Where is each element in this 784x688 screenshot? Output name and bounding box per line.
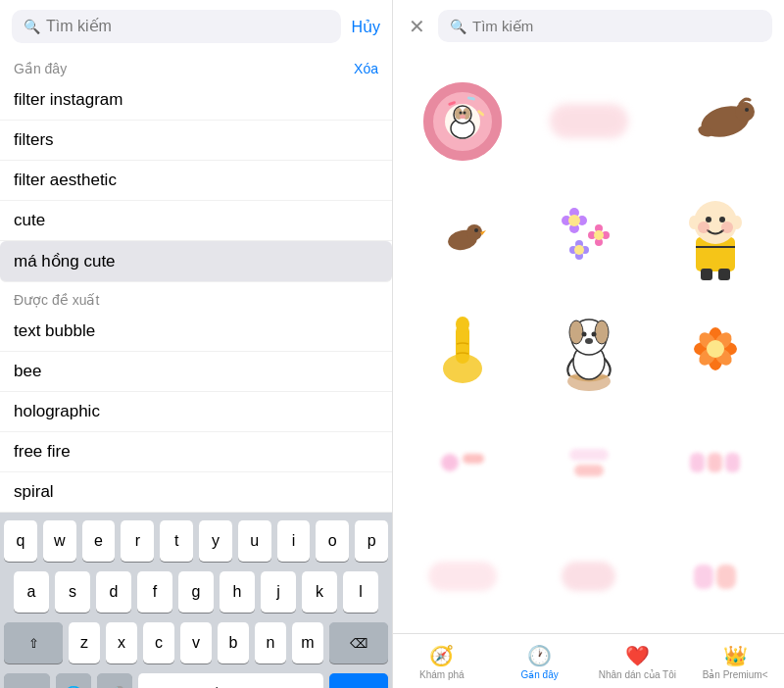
keyboard-row-2: a s d f g h j k l [4,571,388,613]
svg-point-39 [706,217,711,222]
svg-point-54 [591,331,596,336]
nav-item-premium[interactable]: 👑 Bản Premium< [686,640,784,684]
svg-point-37 [689,216,699,229]
keyboard-bottom-row: 123 🌐 🎤 dấu cách Tìm [4,673,388,688]
space-key[interactable]: dấu cách [138,673,323,688]
heart-icon: ❤️ [625,644,650,667]
blur-bar [569,449,609,461]
sticker-cell[interactable] [527,287,650,410]
list-item[interactable]: bee [0,352,392,392]
compass-icon: 🧭 [429,644,454,667]
list-item[interactable]: spiral [0,472,392,513]
key-b[interactable]: b [218,622,249,663]
blurred-wide [428,562,497,591]
key-t[interactable]: t [160,520,193,562]
key-m[interactable]: m [292,622,323,663]
key-s[interactable]: s [55,571,90,613]
key-x[interactable]: x [106,622,137,663]
sticker-cell[interactable] [401,287,523,410]
key-e[interactable]: e [82,520,116,562]
sticker-cell[interactable] [401,173,523,296]
nav-item-my-stickers[interactable]: ❤️ Nhân dán của Tôi [589,640,687,684]
sticker-cell[interactable] [527,173,650,296]
sticker-cell[interactable] [654,287,776,410]
shift-key[interactable]: ⇧ [4,622,63,663]
key-d[interactable]: d [96,571,131,613]
key-j[interactable]: j [261,571,296,613]
globe-key[interactable]: 🌐 [56,673,91,688]
key-a[interactable]: a [14,571,49,613]
key-l[interactable]: l [343,571,378,613]
svg-point-24 [568,215,580,226]
key-i[interactable]: i [277,520,311,562]
number-key[interactable]: 123 [4,673,50,688]
sticker-cell[interactable] [401,516,523,633]
svg-point-51 [569,320,583,344]
nav-item-explore[interactable]: 🧭 Khám phá [393,640,491,684]
key-g[interactable]: g [178,571,214,613]
hand-sticker [428,310,497,388]
nav-item-recent[interactable]: 🕐 Gần đây [491,640,589,684]
right-search-input[interactable] [472,18,760,34]
search-icon: 🔍 [24,19,40,34]
list-item[interactable]: filters [0,121,392,161]
sticker-cell[interactable] [654,516,776,633]
key-y[interactable]: y [199,520,232,562]
key-v[interactable]: v [180,622,212,663]
key-n[interactable]: n [255,622,286,663]
blurred-row [441,454,484,471]
sticker-cell[interactable] [401,402,523,524]
cancel-button[interactable]: Hủy [351,18,380,36]
list-item[interactable]: cute [0,201,392,241]
list-item[interactable]: free fire [0,432,392,472]
blur-dot [441,454,459,471]
blur-item [725,453,740,472]
svg-point-47 [456,317,469,332]
svg-point-10 [459,111,462,114]
search-input-wrapper[interactable]: 🔍 [12,10,341,43]
svg-point-42 [721,221,733,233]
key-z[interactable]: z [69,622,100,663]
svg-point-29 [594,230,604,240]
sticker-cell[interactable] [401,60,523,182]
svg-point-34 [574,245,584,255]
svg-point-14 [735,102,755,122]
key-f[interactable]: f [137,571,172,613]
sticker-cell[interactable] [654,173,776,296]
blur-item [694,565,713,589]
list-item[interactable]: filter instagram [0,80,392,121]
key-k[interactable]: k [302,571,337,613]
blurred-wide [562,562,615,591]
right-search-wrapper[interactable]: 🔍 [438,10,772,42]
search-input[interactable] [46,18,329,35]
key-h[interactable]: h [220,571,255,613]
key-r[interactable]: r [121,520,154,562]
blur-bar [574,465,604,476]
key-p[interactable]: p [355,520,388,562]
mic-key[interactable]: 🎤 [97,673,132,688]
clear-button[interactable]: Xóa [354,61,378,76]
key-q[interactable]: q [4,520,37,562]
key-w[interactable]: w [43,520,76,562]
sticker-cell[interactable] [527,60,650,182]
search-key[interactable]: Tìm [329,673,388,688]
sticker-cell[interactable] [654,60,776,182]
sticker-cell[interactable] [654,402,776,524]
list-item[interactable]: text bubble [0,312,392,352]
bottom-nav: 🧭 Khám phá 🕐 Gần đây ❤️ Nhân dán của Tôi… [393,633,784,688]
key-u[interactable]: u [238,520,271,562]
orange-flower-sticker [686,319,745,378]
suggested-list: text bubble bee holographic free fire sp… [0,312,392,513]
blurred-set [569,449,609,476]
list-item-highlighted[interactable]: má hồng cute [0,241,392,282]
close-icon[interactable]: ✕ [405,15,428,38]
sticker-cell[interactable] [527,402,650,524]
list-item[interactable]: filter aesthetic [0,161,392,201]
list-item[interactable]: holographic [0,392,392,432]
delete-key[interactable]: ⌫ [329,622,388,663]
recent-section-header: Gần đây Xóa [0,53,392,80]
key-c[interactable]: c [143,622,174,663]
right-header: ✕ 🔍 [393,0,784,52]
sticker-cell[interactable] [527,516,650,633]
key-o[interactable]: o [316,520,349,562]
